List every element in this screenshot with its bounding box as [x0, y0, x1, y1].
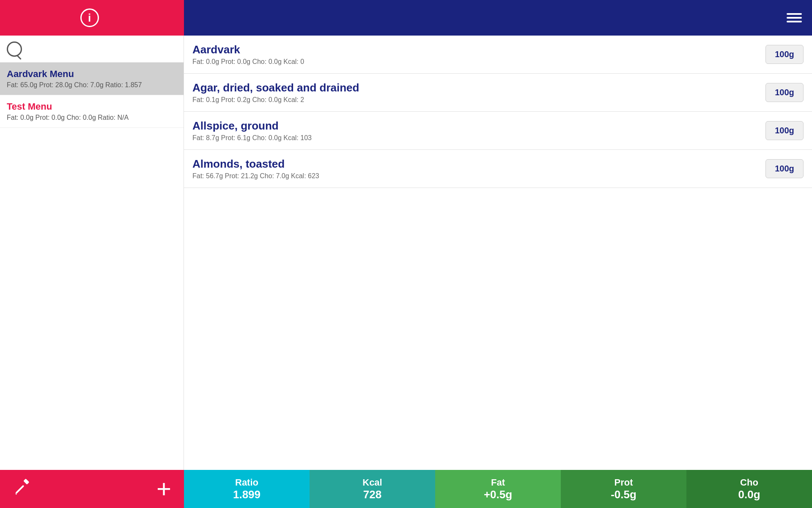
food-stats: Fat: 0.1g Prot: 0.2g Cho: 0.0g Kcal: 2 [192, 96, 765, 104]
header: i [0, 0, 812, 36]
edit-icon[interactable] [13, 478, 31, 500]
menu-item-name: Aardvark Menu [7, 69, 177, 80]
add-button[interactable]: + [156, 476, 171, 502]
food-item[interactable]: AardvarkFat: 0.0g Prot: 0.0g Cho: 0.0g K… [184, 36, 812, 74]
stat-cell-kcal: Kcal728 [310, 470, 435, 508]
left-panel: Aardvark MenuFat: 65.0g Prot: 28.0g Cho:… [0, 36, 184, 470]
food-stats: Fat: 0.0g Prot: 0.0g Cho: 0.0g Kcal: 0 [192, 58, 765, 66]
food-info: AardvarkFat: 0.0g Prot: 0.0g Cho: 0.0g K… [192, 43, 765, 66]
stat-label-kcal: Kcal [362, 477, 382, 488]
food-info: Allspice, groundFat: 8.7g Prot: 6.1g Cho… [192, 119, 765, 142]
food-name: Aardvark [192, 43, 765, 56]
food-item[interactable]: Almonds, toastedFat: 56.7g Prot: 21.2g C… [184, 150, 812, 188]
header-right [184, 0, 812, 36]
food-name: Agar, dried, soaked and drained [192, 81, 765, 94]
stat-value-cho: 0.0g [738, 488, 760, 501]
bottom-bar: + Ratio1.899Kcal728Fat+0.5gProt-0.5gCho0… [0, 470, 812, 508]
stat-value-fat: +0.5g [484, 488, 512, 501]
bottom-left: + [0, 470, 184, 508]
menu-item-stats: Fat: 0.0g Prot: 0.0g Cho: 0.0g Ratio: N/… [7, 114, 177, 121]
menu-item[interactable]: Test MenuFat: 0.0g Prot: 0.0g Cho: 0.0g … [0, 95, 184, 128]
stat-label-ratio: Ratio [235, 477, 258, 488]
food-qty-button[interactable]: 100g [765, 45, 804, 64]
stat-value-ratio: 1.899 [233, 488, 261, 501]
stat-label-prot: Prot [614, 477, 633, 488]
food-qty-button[interactable]: 100g [765, 121, 804, 140]
food-item[interactable]: Agar, dried, soaked and drainedFat: 0.1g… [184, 74, 812, 112]
stat-label-fat: Fat [491, 477, 505, 488]
bottom-stats: Ratio1.899Kcal728Fat+0.5gProt-0.5gCho0.0… [184, 470, 812, 508]
info-icon[interactable]: i [80, 8, 99, 27]
food-item[interactable]: Allspice, groundFat: 8.7g Prot: 6.1g Cho… [184, 112, 812, 150]
food-info: Agar, dried, soaked and drainedFat: 0.1g… [192, 81, 765, 104]
stat-cell-cho: Cho0.0g [686, 470, 812, 508]
hamburger-menu-icon[interactable] [787, 13, 802, 22]
stat-cell-fat: Fat+0.5g [435, 470, 561, 508]
search-icon [7, 41, 22, 57]
food-stats: Fat: 8.7g Prot: 6.1g Cho: 0.0g Kcal: 103 [192, 134, 765, 142]
stat-cell-ratio: Ratio1.899 [184, 470, 310, 508]
food-qty-button[interactable]: 100g [765, 83, 804, 102]
food-name: Almonds, toasted [192, 157, 765, 171]
stat-cell-prot: Prot-0.5g [561, 470, 686, 508]
food-name: Allspice, ground [192, 119, 765, 133]
food-info: Almonds, toastedFat: 56.7g Prot: 21.2g C… [192, 157, 765, 180]
search-bar[interactable] [0, 36, 184, 63]
menu-item-name: Test Menu [7, 101, 177, 112]
stat-value-kcal: 728 [363, 488, 381, 501]
main-content: Aardvark MenuFat: 65.0g Prot: 28.0g Cho:… [0, 36, 812, 470]
header-left: i [0, 0, 184, 36]
stat-value-prot: -0.5g [611, 488, 636, 501]
menu-list: Aardvark MenuFat: 65.0g Prot: 28.0g Cho:… [0, 63, 184, 470]
food-qty-button[interactable]: 100g [765, 159, 804, 178]
stat-label-cho: Cho [740, 477, 758, 488]
svg-rect-2 [23, 478, 29, 484]
right-panel: AardvarkFat: 0.0g Prot: 0.0g Cho: 0.0g K… [184, 36, 812, 470]
svg-rect-0 [15, 485, 24, 494]
menu-item-stats: Fat: 65.0g Prot: 28.0g Cho: 7.0g Ratio: … [7, 81, 177, 89]
menu-item[interactable]: Aardvark MenuFat: 65.0g Prot: 28.0g Cho:… [0, 63, 184, 95]
food-stats: Fat: 56.7g Prot: 21.2g Cho: 7.0g Kcal: 6… [192, 172, 765, 180]
